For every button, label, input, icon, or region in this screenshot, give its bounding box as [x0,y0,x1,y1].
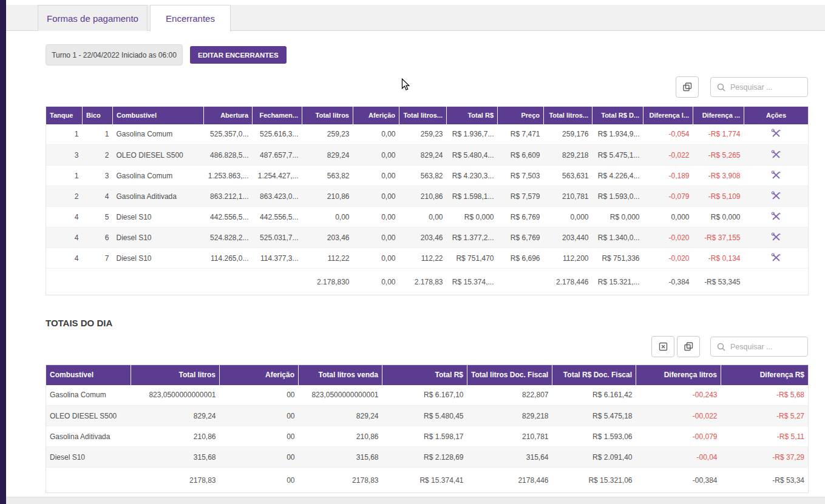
search-input[interactable] [730,343,801,351]
cell: -R$ 5,27 [721,406,809,426]
column-header[interactable]: Combustível [113,107,204,124]
cell: 114.377,3... [253,248,302,269]
row-tools-button[interactable] [769,210,784,224]
column-header[interactable]: Diferença l... [643,107,693,124]
cell: 829,24 [131,406,220,426]
actions-cell [744,248,809,269]
cell: Gasolina Comum [113,124,204,145]
cell: 4 [46,248,83,269]
cell: 563,631 [544,166,592,186]
column-header[interactable]: Preço [498,107,544,124]
column-header[interactable]: Total R$ Doc. Fiscal [552,365,636,385]
column-header[interactable]: Abertura [204,107,253,124]
column-header[interactable]: Diferença R$ [721,365,809,385]
cell: -R$ 5,109 [693,186,744,207]
column-header[interactable]: Tanque [46,107,83,124]
row-tools-button[interactable] [769,190,784,203]
cell: R$ 7,471 [498,124,544,145]
cell: R$ 1.593,0... [592,186,643,207]
tab-encerrantes[interactable]: Encerrantes [150,5,231,32]
totals-cell: -0,384 [643,269,693,295]
cell: R$ 5.480,45 [382,406,467,426]
cell: 829,24 [302,145,353,166]
cell: 0,00 [353,186,399,207]
cell: 525.616,3... [253,124,302,145]
cell: 525.031,7... [253,227,302,248]
cell: R$ 4.226,4... [592,166,643,186]
tools-icon [771,150,781,159]
totais-do-dia-title: TOTAIS DO DIA [46,318,112,328]
cell: R$ 1.598,1... [447,186,498,207]
totals-cell: 2.178,446 [544,269,592,295]
cell: 6 [83,227,113,248]
column-header[interactable]: Bico [83,107,113,124]
cell: -0,079 [643,186,693,207]
column-header[interactable]: Total R$ D... [592,107,643,124]
cell: R$ 0,000 [592,207,643,227]
cell: 863.212,1... [204,186,253,207]
row-tools-button[interactable] [769,127,784,141]
row-tools-button[interactable] [769,231,784,244]
cell: 0,000 [643,207,693,227]
cell: 210,86 [131,426,220,447]
cell: 1.253.863,... [204,166,253,186]
tools-icon [771,232,781,241]
column-header[interactable]: Total R$ [447,107,498,124]
totals-cell: 2178,83 [299,468,382,493]
actions-cell [744,227,809,248]
column-header[interactable]: Total litros venda [299,365,382,385]
column-header[interactable]: Combustível [46,365,131,385]
cell: 1 [83,124,113,145]
column-header[interactable]: Aferição [353,107,399,124]
table-row: Diesel S10315,6800315,68R$ 2.128,69315,6… [46,447,809,468]
column-header[interactable]: Fechamen... [253,107,302,124]
totals-cell [498,269,544,295]
columns-button[interactable] [676,76,699,98]
cell: 829,24 [399,145,447,166]
cell: Diesel S10 [113,248,204,269]
cell: 0,00 [353,207,399,227]
column-header[interactable]: Total litros Doc. Fiscal [467,365,552,385]
page: Formas de pagamento Encerrantes Turno 1 … [6,0,825,504]
cell: 4 [46,207,83,227]
column-header[interactable]: Total litros [302,107,353,124]
search-box-encerrantes [710,77,808,97]
column-header[interactable]: Total litros... [399,107,447,124]
header-row: TanqueBicoCombustívelAberturaFechamen...… [46,107,809,124]
cell: Gasolina Aditivada [113,186,204,207]
row-tools-button[interactable] [769,149,784,162]
cell: -00,04 [636,447,721,468]
table-row: 24Gasolina Aditivada863.212,1...863.423,… [46,186,809,207]
editar-encerrantes-button[interactable]: EDITAR ENCERRANTES [190,46,287,64]
column-header[interactable]: Total R$ [382,365,467,385]
export-icon [659,342,668,351]
cell: 112,22 [399,248,447,269]
tab-label: Formas de pagamento [47,13,138,24]
column-header[interactable]: Ações [744,107,809,124]
column-header[interactable]: Diferença ... [693,107,744,124]
row-tools-button[interactable] [769,169,784,183]
column-header[interactable]: Aferição [220,365,299,385]
search-input[interactable] [730,83,801,92]
columns-button-2[interactable] [677,336,700,357]
cell: 210,86 [299,426,382,447]
cell: 203,46 [399,227,447,248]
cell: 00 [220,426,299,447]
totals-cell: R$ 15.374,... [447,269,498,295]
cell: 114.265,0... [204,248,253,269]
row-tools-button[interactable] [769,252,784,265]
column-header[interactable]: Diferença litros [636,365,721,385]
column-header[interactable]: Total litros [131,365,220,385]
cell: 0,00 [353,248,399,269]
cell: 442.556,5... [204,207,253,227]
cell: 829,218 [544,145,592,166]
cell: 1.254.427,... [253,166,302,186]
cell: 0,00 [399,207,447,227]
column-header[interactable]: Total litros... [544,107,592,124]
tab-formas-de-pagamento[interactable]: Formas de pagamento [38,5,148,31]
cell: R$ 6.161,42 [552,385,636,406]
export-button[interactable] [651,336,674,357]
cell: -0,022 [643,145,693,166]
totals-cell: R$ 15.374,41 [382,468,467,493]
cell: 4 [83,186,113,207]
